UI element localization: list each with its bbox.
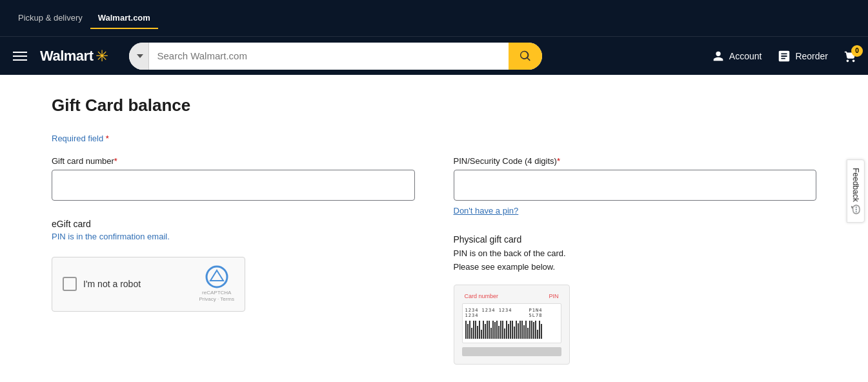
form-layout: Gift card number* eGift card PIN is in t…: [52, 156, 816, 365]
cart-badge: 0: [851, 45, 863, 57]
top-nav-links: Pickup & delivery Walmart.com: [10, 8, 158, 29]
recaptcha-label: I'm not a robot: [83, 279, 141, 289]
top-nav: Pickup & delivery Walmart.com: [0, 0, 868, 36]
physical-hint-text2: Please see example below.: [454, 261, 817, 274]
reorder-nav-item[interactable]: Reorder: [777, 49, 828, 63]
search-button[interactable]: [509, 43, 542, 70]
barcode-lines: [465, 321, 558, 339]
card-number-group: Gift card number*: [52, 156, 415, 201]
account-label: Account: [729, 51, 762, 61]
pin-group: PIN/Security Code (4 digits)* Don't have…: [454, 156, 817, 216]
top-nav-walmart[interactable]: Walmart.com: [90, 8, 158, 29]
cart-nav-item[interactable]: 0: [843, 49, 858, 63]
card-number-star: *: [114, 156, 117, 166]
physical-hint-block: Physical gift card PIN is on the back of…: [454, 234, 817, 274]
reorder-label: Reorder: [795, 51, 828, 61]
card-bottom-strip: [462, 347, 561, 356]
card-number-input[interactable]: [52, 170, 415, 201]
logo-text: Walmart: [40, 48, 93, 65]
recaptcha-checkbox[interactable]: [63, 277, 77, 291]
main-nav: Walmart ✳ Account Reorder 0: [0, 36, 868, 75]
feedback-icon: 💬: [851, 205, 860, 214]
dont-have-pin-link[interactable]: Don't have a pin?: [454, 206, 519, 216]
spark-icon: ✳: [96, 47, 108, 65]
search-bar: [129, 43, 542, 70]
card-example-numbers: 1234 1234 1234 1234 P1N4 5L78: [465, 308, 558, 318]
required-note: Required field *: [52, 134, 816, 143]
hamburger-button[interactable]: [10, 49, 30, 63]
physical-hint-text1: PIN is on the back of the card.: [454, 247, 817, 261]
nav-right: Account Reorder 0: [711, 49, 858, 63]
search-input[interactable]: [149, 43, 509, 70]
card-barcode-area: 1234 1234 1234 1234 P1N4 5L78: [462, 303, 561, 343]
card-example: Card number PIN 1234 1234 1234 1234 P1N4…: [454, 285, 570, 365]
walmart-logo[interactable]: Walmart ✳: [40, 47, 108, 65]
egift-title: eGift card: [52, 219, 415, 229]
top-nav-pickup[interactable]: Pickup & delivery: [10, 8, 90, 29]
form-left: Gift card number* eGift card PIN is in t…: [52, 156, 415, 365]
pin-star: *: [557, 156, 560, 166]
egift-hint-text: PIN is in the confirmation email.: [52, 232, 415, 241]
form-right: PIN/Security Code (4 digits)* Don't have…: [454, 156, 817, 365]
egift-hint-block: eGift card PIN is in the confirmation em…: [52, 219, 415, 241]
account-nav-item[interactable]: Account: [711, 49, 762, 63]
physical-hint-title: Physical gift card: [454, 234, 817, 245]
pin-label: PIN/Security Code (4 digits)*: [454, 156, 817, 166]
search-department-dropdown[interactable]: [129, 43, 149, 70]
recaptcha-icon: [205, 265, 228, 288]
recaptcha-box: I'm not a robot reCAPTCHAPrivacy · Terms: [52, 257, 245, 312]
recaptcha-left: I'm not a robot: [63, 277, 141, 291]
feedback-label: Feedback: [851, 168, 860, 202]
feedback-tab[interactable]: Feedback 💬: [847, 159, 865, 223]
page-content: Gift Card balance Required field * Gift …: [0, 75, 868, 382]
card-number-label: Gift card number*: [52, 156, 415, 166]
recaptcha-right: reCAPTCHAPrivacy · Terms: [199, 265, 234, 303]
pin-input[interactable]: [454, 170, 817, 201]
recaptcha-brand-text: reCAPTCHAPrivacy · Terms: [199, 290, 234, 303]
page-title: Gift Card balance: [52, 96, 816, 116]
card-example-number-label: Card number: [465, 293, 499, 299]
card-example-pin-label: PIN: [549, 293, 558, 299]
required-star: *: [106, 134, 109, 143]
card-example-header: Card number PIN: [462, 293, 561, 299]
